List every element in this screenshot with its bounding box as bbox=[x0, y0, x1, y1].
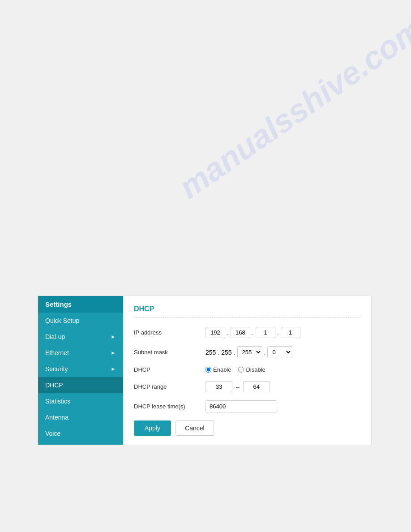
sidebar-item-ethernet[interactable]: Ethernet ► bbox=[38, 345, 123, 361]
dhcp-lease-control bbox=[206, 400, 277, 412]
sidebar: Settings Quick Setup Dial-up ► Ethernet … bbox=[38, 296, 123, 445]
dhcp-range-row: DHCP range – bbox=[134, 381, 360, 392]
watermark: manualsshive.com bbox=[172, 10, 411, 206]
dhcp-lease-label: DHCP lease time(s) bbox=[134, 403, 206, 410]
sidebar-item-antenna[interactable]: Antenna bbox=[38, 409, 123, 425]
chevron-right-icon: ► bbox=[111, 334, 116, 340]
apply-button[interactable]: Apply bbox=[134, 420, 171, 436]
dhcp-radio-group: Enable Disable bbox=[206, 366, 265, 373]
sidebar-item-dhcp[interactable]: DHCP bbox=[38, 377, 123, 393]
dhcp-disable-radio[interactable] bbox=[238, 367, 244, 373]
cancel-button[interactable]: Cancel bbox=[176, 420, 214, 436]
sidebar-item-label: Statistics bbox=[45, 398, 70, 405]
content-panel: DHCP IP address . . . Subnet mask 255 . … bbox=[123, 296, 371, 445]
subnet-octet3-select[interactable]: 255 254 252 248 240 224 192 128 0 bbox=[237, 346, 262, 358]
sidebar-item-quick-setup[interactable]: Quick Setup bbox=[38, 313, 123, 329]
dhcp-range-label: DHCP range bbox=[134, 383, 206, 390]
subnet-dot-3: . bbox=[264, 349, 266, 356]
ip-address-row: IP address . . . bbox=[134, 327, 360, 338]
sidebar-item-label: DHCP bbox=[45, 382, 63, 389]
ip-octet1-input[interactable] bbox=[206, 327, 225, 338]
dhcp-range-end-input[interactable] bbox=[243, 381, 270, 392]
sidebar-header: Settings bbox=[38, 296, 123, 313]
subnet-octet1: 255 bbox=[206, 349, 216, 356]
ip-dot-3: . bbox=[277, 329, 279, 336]
dhcp-row: DHCP Enable Disable bbox=[134, 366, 360, 373]
sidebar-item-label: Security bbox=[45, 365, 68, 373]
subnet-octet4-select[interactable]: 0 128 192 224 240 248 252 255 bbox=[267, 346, 292, 358]
sidebar-item-voice[interactable]: Voice bbox=[38, 425, 123, 442]
dhcp-range-start-input[interactable] bbox=[206, 381, 232, 392]
dhcp-enable-text: Enable bbox=[213, 366, 231, 373]
dhcp-lease-row: DHCP lease time(s) bbox=[134, 400, 360, 412]
dhcp-disable-text: Disable bbox=[246, 366, 265, 373]
chevron-right-icon: ► bbox=[111, 366, 116, 372]
subnet-mask-row: Subnet mask 255 . 255 . 255 254 252 248 … bbox=[134, 346, 360, 358]
ip-address-label: IP address bbox=[134, 329, 206, 336]
sidebar-item-label: Voice bbox=[45, 430, 60, 437]
dhcp-range-control: – bbox=[206, 381, 270, 392]
subnet-dot-1: . bbox=[218, 349, 219, 356]
subnet-mask-label: Subnet mask bbox=[134, 349, 206, 356]
sidebar-item-security[interactable]: Security ► bbox=[38, 361, 123, 377]
chevron-right-icon: ► bbox=[111, 350, 116, 356]
ip-octet4-input[interactable] bbox=[281, 327, 300, 338]
subnet-mask-control: 255 . 255 . 255 254 252 248 240 224 192 … bbox=[206, 346, 292, 358]
dhcp-enable-label[interactable]: Enable bbox=[206, 366, 231, 373]
sidebar-item-statistics[interactable]: Statistics bbox=[38, 393, 123, 409]
ip-octet3-input[interactable] bbox=[256, 327, 275, 338]
main-container: Settings Quick Setup Dial-up ► Ethernet … bbox=[38, 296, 372, 445]
range-dash: – bbox=[236, 383, 240, 390]
sidebar-item-label: Dial-up bbox=[45, 333, 65, 340]
dhcp-disable-label[interactable]: Disable bbox=[238, 366, 265, 373]
ip-dot-2: . bbox=[252, 329, 254, 336]
ip-dot-1: . bbox=[227, 329, 229, 336]
sidebar-item-label: Antenna bbox=[45, 414, 68, 421]
dhcp-enable-radio[interactable] bbox=[206, 367, 211, 373]
subnet-dot-2: . bbox=[234, 349, 235, 356]
ip-octet2-input[interactable] bbox=[231, 327, 250, 338]
ip-address-control: . . . bbox=[206, 327, 300, 338]
dhcp-lease-input[interactable] bbox=[206, 400, 277, 412]
subnet-octet2: 255 bbox=[221, 349, 231, 356]
dhcp-label: DHCP bbox=[134, 366, 206, 373]
sidebar-item-label: Quick Setup bbox=[45, 317, 79, 324]
sidebar-item-label: Ethernet bbox=[45, 349, 69, 356]
button-row: Apply Cancel bbox=[134, 420, 360, 436]
sidebar-item-dial-up[interactable]: Dial-up ► bbox=[38, 329, 123, 345]
page-title: DHCP bbox=[134, 305, 360, 318]
